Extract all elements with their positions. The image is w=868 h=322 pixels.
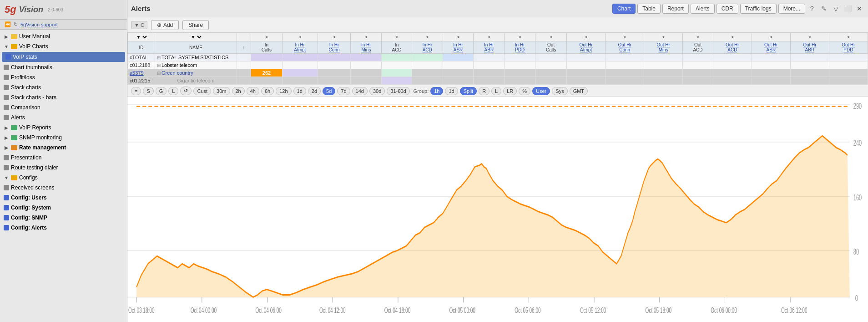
- ctrl-r[interactable]: R: [479, 87, 490, 95]
- cell-out-hr-atmpt: [567, 61, 606, 69]
- svg-text:80: 80: [853, 247, 859, 256]
- ctrl-cust[interactable]: Cust: [193, 87, 211, 95]
- tab-more[interactable]: More...: [778, 4, 805, 14]
- close-icon[interactable]: ✕: [854, 4, 864, 14]
- window-icon[interactable]: ⬜: [843, 4, 853, 14]
- col-in-hr-atmpt[interactable]: In HrAtmpt: [283, 41, 318, 54]
- ctrl-31-60d[interactable]: 31-60d: [387, 87, 409, 95]
- sidebar-item-configs[interactable]: ▼ Configs: [0, 173, 127, 183]
- add-button[interactable]: ⊕ Add: [151, 20, 179, 30]
- col-name[interactable]: NAME: [155, 41, 237, 54]
- help-icon[interactable]: ?: [807, 4, 817, 14]
- sidebar-item-profit-loss[interactable]: Profit/loss: [0, 72, 127, 82]
- ctrl-4h[interactable]: 4h: [247, 87, 259, 95]
- cell-in-calls: [251, 77, 282, 85]
- sidebar-item-config-snmp[interactable]: Config: SNMP: [0, 213, 127, 223]
- table-row[interactable]: a5379 ⊞Green country 262: [128, 69, 868, 77]
- sidebar-item-config-system[interactable]: Config: System: [0, 203, 127, 213]
- col-in-hr-abr[interactable]: In HrABR: [474, 41, 505, 54]
- sidebar-item-stack-charts[interactable]: Stack charts: [0, 82, 127, 92]
- sidebar-item-presentation[interactable]: Presentation: [0, 153, 127, 163]
- ctrl-refresh[interactable]: ↺: [180, 87, 192, 95]
- ctrl-6h[interactable]: 6h: [261, 87, 274, 95]
- tab-report[interactable]: Report: [662, 4, 689, 14]
- sidebar-item-route-testing[interactable]: Route testing dialer: [0, 163, 127, 173]
- sidebar-item-alerts[interactable]: Alerts: [0, 112, 127, 123]
- ctrl-1d[interactable]: 1d: [293, 87, 306, 95]
- ctrl-l[interactable]: L: [168, 87, 178, 95]
- ctrl-gmt[interactable]: GMT: [570, 87, 588, 95]
- sidebar-label: Config: System: [11, 204, 51, 211]
- sidebar-item-voip-stats[interactable]: VoIP stats: [2, 52, 125, 62]
- ctrl-pct[interactable]: %: [519, 87, 530, 95]
- ctrl-14d[interactable]: 14d: [352, 87, 368, 95]
- sidebar-item-stack-charts-bars[interactable]: Stack charts - bars: [0, 92, 127, 102]
- col-in-hr-mins[interactable]: In HrMins: [351, 41, 382, 54]
- ctrl-12h[interactable]: 12h: [276, 87, 291, 95]
- share-button[interactable]: Share: [182, 20, 209, 30]
- col-out-hr-mins[interactable]: Out HrMins: [644, 41, 683, 54]
- ctrl-s[interactable]: S: [143, 87, 153, 95]
- svg-text:290: 290: [853, 101, 862, 110]
- ctrl-5d[interactable]: 5d: [323, 87, 335, 95]
- item-icon: [4, 205, 9, 210]
- table-row[interactable]: cTOTAL ⊞TOTAL SYSTEM STATISTICS: [128, 54, 868, 61]
- ctrl-lr[interactable]: LR: [503, 87, 517, 95]
- ctrl-7d[interactable]: 7d: [337, 87, 350, 95]
- col-out-hr-asr[interactable]: Out HrASR: [752, 41, 790, 54]
- sidebar-item-voip-charts[interactable]: ▼ VoIP Charts: [0, 41, 127, 51]
- sidebar-item-received-screens[interactable]: Received screens: [0, 183, 127, 193]
- sidebar-item-rate-management[interactable]: ▶ Rate management: [0, 143, 127, 153]
- tab-table[interactable]: Table: [637, 4, 661, 14]
- support-link[interactable]: 5gVision support: [20, 22, 58, 27]
- ctrl-l2[interactable]: L: [491, 87, 501, 95]
- cell-name: ⊞Green country: [155, 69, 237, 77]
- sidebar-item-comparison[interactable]: Comparison: [0, 102, 127, 112]
- sidebar-item-user-manual[interactable]: ▶ User Manual: [0, 31, 127, 41]
- ctrl-sys[interactable]: Sys: [552, 87, 567, 95]
- sidebar-item-chart-thumbnails[interactable]: Chart thumbnails: [0, 62, 127, 72]
- tab-traffic-logs[interactable]: Traffic logs: [740, 4, 777, 14]
- refresh-icon[interactable]: ↻: [14, 21, 18, 27]
- dropdown-icon[interactable]: ▽: [831, 4, 841, 14]
- ctrl-g[interactable]: G: [156, 87, 167, 95]
- col-uparrow[interactable]: ↑: [237, 41, 251, 54]
- ctrl-split[interactable]: Split: [460, 87, 477, 95]
- ctrl-eq[interactable]: =: [131, 87, 141, 95]
- col-in-hr-pdd[interactable]: In HrPDD: [505, 41, 535, 54]
- tab-cdr[interactable]: CDR: [717, 4, 738, 14]
- col-in-hr-conn[interactable]: In HrConn: [318, 41, 351, 54]
- col-out-hr-conn[interactable]: Out HrConn: [606, 41, 644, 54]
- table-row[interactable]: c01.2188 ⊞Lobster telecom: [128, 61, 868, 69]
- back-icon[interactable]: ⏪: [5, 21, 11, 27]
- tab-chart[interactable]: Chart: [612, 4, 636, 14]
- ctrl-30m[interactable]: 30m: [213, 87, 230, 95]
- table-row[interactable]: c01.2215 Gigantic telecom: [128, 77, 868, 85]
- col-in-hr-asr[interactable]: In HrASR: [443, 41, 474, 54]
- ctrl-2d[interactable]: 2d: [308, 87, 321, 95]
- col-in-hr-acd[interactable]: In HrACD: [412, 41, 443, 54]
- col-out-hr-atmpt[interactable]: Out HrAtmpt: [567, 41, 606, 54]
- edit-icon[interactable]: ✎: [819, 4, 829, 14]
- filter-select[interactable]: ▼: [189, 34, 203, 40]
- filter-select[interactable]: ▼: [135, 34, 148, 40]
- logo-5g: 5g: [5, 4, 16, 15]
- expand-icon[interactable]: ⊞: [157, 71, 161, 76]
- col-out-hr-acd[interactable]: Out HrACD: [713, 41, 752, 54]
- col-id[interactable]: ID: [128, 41, 155, 54]
- filter-button[interactable]: ▼ C: [131, 21, 147, 29]
- sidebar-item-config-users[interactable]: Config: Users: [0, 193, 127, 203]
- sidebar-item-voip-reports[interactable]: ▶ VoIP Reports: [0, 123, 127, 133]
- tab-alerts[interactable]: Alerts: [691, 4, 715, 14]
- sidebar-item-snmp-monitoring[interactable]: ▶ SNMP monitoring: [0, 133, 127, 143]
- col-out-hr-pdd[interactable]: Out HrPDD: [829, 41, 868, 54]
- ctrl-1d-group[interactable]: 1d: [445, 87, 458, 95]
- col-out-hr-abr[interactable]: Out HrABR: [790, 41, 829, 54]
- expand-icon[interactable]: ⊞: [157, 55, 161, 60]
- ctrl-2h[interactable]: 2h: [232, 87, 245, 95]
- ctrl-30d[interactable]: 30d: [369, 87, 385, 95]
- ctrl-1h-group[interactable]: 1h: [430, 87, 443, 95]
- expand-icon[interactable]: ⊞: [157, 63, 161, 68]
- sidebar-item-config-alerts[interactable]: Config: Alerts: [0, 223, 127, 233]
- ctrl-user[interactable]: User: [532, 87, 550, 95]
